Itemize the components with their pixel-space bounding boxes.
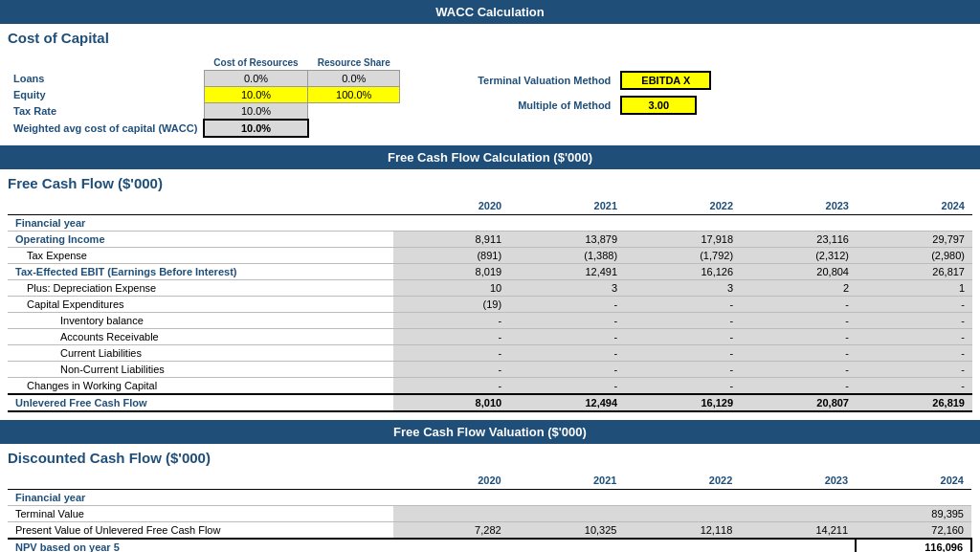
dcf-col-2024: 2024 (856, 472, 971, 490)
table-row: Plus: Depreciation Expense103321 (8, 280, 972, 297)
cell-value (624, 539, 740, 552)
terminal-valuation-value[interactable]: EBITDA X (620, 71, 711, 90)
wacc-right-panel: Terminal Valuation Method EBITDA X Multi… (419, 52, 711, 138)
table-row: Loans 0.0% 0.0% (8, 71, 400, 87)
cell-value: 1 (857, 280, 972, 297)
table-row: Unlevered Free Cash Flow8,01012,49416,12… (8, 394, 972, 411)
cell-value: 2 (741, 280, 857, 297)
table-row: Equity 10.0% 100.0% (8, 87, 400, 103)
cell-value: 12,494 (509, 394, 625, 411)
table-row: Financial year (8, 490, 971, 506)
multiple-method-value[interactable]: 3.00 (620, 96, 697, 115)
cell-value: - (393, 378, 509, 395)
fcf-table: 2020 2021 2022 2023 2024 Financial yearO… (8, 197, 972, 412)
cell-value: 14,211 (740, 522, 856, 540)
table-row: Terminal Value89,395 (8, 506, 971, 522)
cell-value: 3 (509, 280, 625, 297)
cell-value: - (857, 378, 972, 395)
cell-value: - (857, 313, 972, 329)
cell-value (393, 539, 509, 552)
table-row: Present Value of Unlevered Free Cash Flo… (8, 522, 971, 540)
cell-value: 16,126 (625, 264, 741, 280)
multiple-method-label: Multiple of Method (419, 99, 611, 111)
table-row: NPV based on year 5116,096 (8, 539, 971, 552)
cell-value: - (857, 297, 972, 313)
cell-value: 12,491 (509, 264, 625, 280)
terminal-valuation-row: Terminal Valuation Method EBITDA X (419, 71, 711, 90)
table-row: Accounts Receivable----- (8, 329, 972, 345)
cell-value: - (625, 329, 741, 345)
fcf-container: 2020 2021 2022 2023 2024 Financial yearO… (0, 193, 980, 420)
cell-value: 26,819 (857, 394, 972, 411)
cell-value: - (857, 345, 972, 362)
fcf-col-2023: 2023 (741, 197, 857, 215)
cell-value (740, 539, 856, 552)
col-cost-resources: Cost of Resources (204, 55, 307, 71)
cell-value: (19) (393, 297, 509, 313)
cell-value: - (625, 378, 741, 395)
cost-of-capital-title: Cost of Capital (0, 24, 980, 48)
cell-value: 16,129 (625, 394, 741, 411)
cell-value: 20,804 (741, 264, 857, 280)
cell-value: - (741, 329, 857, 345)
cell-value: - (509, 378, 625, 395)
cell-value: 13,879 (509, 232, 625, 248)
wacc-left-panel: Cost of Resources Resource Share Loans 0… (8, 52, 400, 138)
terminal-valuation-label: Terminal Valuation Method (419, 75, 611, 86)
cell-value: 23,116 (741, 232, 857, 248)
cell-value: 8,010 (393, 394, 509, 411)
cell-value: 8,019 (393, 264, 509, 280)
dcf-col-2021: 2021 (509, 472, 625, 490)
cell-value: - (625, 345, 741, 362)
cell-value (509, 539, 625, 552)
cell-value: 17,918 (625, 232, 741, 248)
wacc-table: Cost of Resources Resource Share Loans 0… (8, 55, 400, 138)
fcf-section-header: Free Cash Flow Calculation ($'000) (0, 145, 980, 169)
dcf-col-2023: 2023 (740, 472, 856, 490)
table-row: Tax-Effected EBIT (Earnings Before Inter… (8, 264, 972, 280)
col-resource-share: Resource Share (308, 55, 400, 71)
cell-value: (1,388) (509, 248, 625, 264)
cell-value: - (741, 345, 857, 362)
table-row: Capital Expenditures(19)---- (8, 297, 972, 313)
table-row: Inventory balance----- (8, 313, 972, 329)
wacc-section-header: WACC Calculation (0, 0, 980, 24)
cell-value: 89,395 (856, 506, 971, 522)
dcf-col-2022: 2022 (624, 472, 740, 490)
cell-value: - (741, 313, 857, 329)
cell-value (393, 506, 509, 522)
table-row: Non-Current Liabilities----- (8, 362, 972, 378)
fcf-col-2020: 2020 (393, 197, 509, 215)
cell-value: - (509, 362, 625, 378)
fcf-title: Free Cash Flow ($'000) (0, 169, 980, 193)
table-row: Tax Expense(891)(1,388)(1,792)(2,312)(2,… (8, 248, 972, 264)
cell-value: (891) (393, 248, 509, 264)
cell-value: (2,980) (857, 248, 972, 264)
cell-value (740, 506, 856, 522)
dcf-col-2020: 2020 (393, 472, 509, 490)
cell-value: - (741, 378, 857, 395)
cell-value: - (625, 362, 741, 378)
cell-value: - (509, 345, 625, 362)
cell-value: (1,792) (625, 248, 741, 264)
cell-value: - (393, 345, 509, 362)
cell-value: 116,096 (856, 539, 971, 552)
cell-value: 10,325 (509, 522, 625, 540)
dcf-title: Discounted Cash Flow ($'000) (0, 444, 980, 468)
fcf-col-label (8, 197, 393, 215)
cell-value: - (509, 313, 625, 329)
cell-value: - (857, 329, 972, 345)
multiple-method-row: Multiple of Method 3.00 (419, 96, 711, 115)
table-row: Changes in Working Capital----- (8, 378, 972, 395)
cell-value: - (393, 362, 509, 378)
cell-value: - (393, 329, 509, 345)
cell-value: - (509, 297, 625, 313)
cell-value: - (509, 329, 625, 345)
cell-value: (2,312) (741, 248, 857, 264)
table-row: Weighted avg cost of capital (WACC) 10.0… (8, 120, 400, 137)
cell-value: - (393, 313, 509, 329)
wacc-container: Cost of Resources Resource Share Loans 0… (0, 48, 980, 145)
fcf-col-2024: 2024 (857, 197, 972, 215)
cell-value: 72,160 (856, 522, 971, 540)
cell-value: 29,797 (857, 232, 972, 248)
